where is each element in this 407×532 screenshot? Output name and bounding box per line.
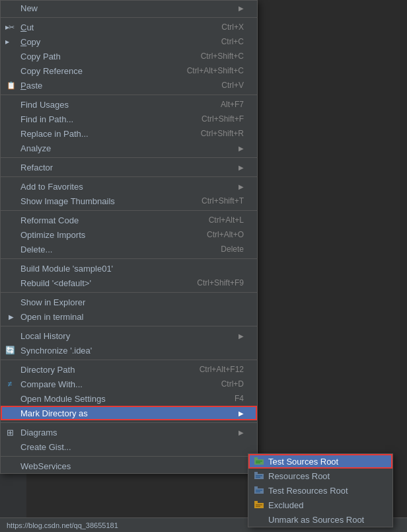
- mark-dir-arrow-icon: ▶: [239, 410, 244, 417]
- menu-item-copy-reference[interactable]: Copy Reference Ctrl+Alt+Shift+C: [1, 63, 257, 78]
- menu-item-show-thumbnails[interactable]: Show Image Thumbnails Ctrl+Shift+T: [1, 194, 257, 208]
- menu-separator-8: [1, 326, 257, 326]
- svg-rect-7: [256, 506, 260, 508]
- menu-item-reformat-code[interactable]: Reformat Code Ctrl+Alt+L: [1, 213, 257, 227]
- paste-icon: 📋: [6, 80, 17, 91]
- menu-item-cut[interactable]: ✂ ▶ Cut Ctrl+X: [1, 20, 257, 34]
- submenu-item-excluded[interactable]: Excluded: [248, 498, 392, 512]
- svg-rect-0: [256, 461, 262, 462]
- svg-rect-4: [256, 490, 262, 491]
- menu-item-new[interactable]: New ▶: [1, 1, 257, 15]
- menu-item-delete[interactable]: Delete... Delete: [1, 242, 257, 256]
- compare-icon: ≠: [5, 379, 15, 389]
- menu-item-add-favorites[interactable]: Add to Favorites ▶: [1, 179, 257, 194]
- submenu-arrow-icon: ▶: [239, 5, 244, 12]
- terminal-icon: ▶: [6, 311, 17, 322]
- test-sources-root-icon: [254, 456, 264, 467]
- submenu-item-resources-root[interactable]: Resources Root: [248, 469, 392, 483]
- excluded-icon: [254, 500, 264, 510]
- menu-separator-1: [1, 17, 257, 18]
- menu-item-mark-directory[interactable]: Mark Directory as ▶: [1, 406, 257, 420]
- menu-separator-10: [1, 422, 257, 423]
- menu-separator-2: [1, 95, 257, 95]
- menu-item-copy[interactable]: ▶ Copy Ctrl+C: [1, 34, 257, 49]
- svg-rect-6: [256, 504, 262, 506]
- menu-item-diagrams[interactable]: ⊞ Diagrams ▶: [1, 425, 257, 439]
- menu-item-webservices[interactable]: WebServices: [1, 459, 257, 473]
- diagrams-arrow-icon: ▶: [239, 429, 244, 436]
- submenu-item-unmark[interactable]: Unmark as Sources Root: [248, 512, 392, 527]
- svg-rect-5: [256, 492, 260, 493]
- context-menu: New ▶ ✂ ▶ Cut Ctrl+X ▶ Copy Ctrl+C Copy …: [0, 0, 258, 474]
- svg-rect-3: [256, 477, 260, 478]
- menu-separator-3: [1, 157, 257, 158]
- test-resources-root-icon: [254, 485, 264, 496]
- menu-item-build-module[interactable]: Build Module 'sample01': [1, 261, 257, 276]
- resources-root-icon: [254, 471, 264, 481]
- menu-separator-5: [1, 210, 257, 211]
- menu-separator-7: [1, 292, 257, 293]
- menu-item-directory-path[interactable]: Directory Path Ctrl+Alt+F12: [1, 362, 257, 377]
- menu-separator-9: [1, 360, 257, 360]
- menu-item-find-in-path[interactable]: Find in Path... Ctrl+Shift+F: [1, 112, 257, 126]
- menu-item-local-history[interactable]: Local History ▶: [1, 328, 257, 343]
- menu-item-synchronize[interactable]: 🔄 Synchronize '.idea': [1, 343, 257, 358]
- menu-item-optimize-imports[interactable]: Optimize Imports Ctrl+Alt+O: [1, 227, 257, 242]
- submenu-item-test-sources-root[interactable]: Test Sources Root: [248, 454, 392, 469]
- menu-item-open-module-settings[interactable]: Open Module Settings F4: [1, 391, 257, 406]
- copy-icon: ▶: [2, 36, 13, 47]
- menu-item-compare-with[interactable]: ≠ Compare With... Ctrl+D: [1, 377, 257, 391]
- menu-item-analyze[interactable]: Analyze ▶: [1, 141, 257, 155]
- cut-expand-icon: ▶: [2, 22, 13, 32]
- menu-item-show-explorer[interactable]: Show in Explorer: [1, 295, 257, 309]
- menu-item-copy-path[interactable]: Copy Path Ctrl+Shift+C: [1, 49, 257, 63]
- menu-separator-4: [1, 176, 257, 177]
- menu-item-refactor[interactable]: Refactor ▶: [1, 160, 257, 174]
- refactor-arrow-icon: ▶: [239, 164, 244, 171]
- svg-rect-2: [256, 475, 262, 476]
- submenu-item-test-resources-root[interactable]: Test Resources Root: [248, 483, 392, 498]
- favorites-arrow-icon: ▶: [239, 183, 244, 190]
- menu-item-find-usages[interactable]: Find Usages Alt+F7: [1, 97, 257, 112]
- diagrams-icon: ⊞: [5, 427, 15, 437]
- local-history-arrow-icon: ▶: [239, 332, 244, 340]
- mark-directory-submenu: Test Sources Root Resources Root Test Re…: [248, 453, 393, 527]
- menu-item-create-gist[interactable]: Create Gist...: [1, 439, 257, 454]
- menu-item-replace-in-path[interactable]: Replace in Path... Ctrl+Shift+R: [1, 126, 257, 141]
- menu-separator-11: [1, 456, 257, 457]
- status-url: https://blog.csdn.net/qq_38655181: [7, 521, 118, 529]
- menu-separator-6: [1, 258, 257, 259]
- sync-icon: 🔄: [5, 345, 15, 356]
- svg-rect-1: [256, 463, 260, 464]
- menu-item-paste[interactable]: 📋 Paste Ctrl+V: [1, 78, 257, 93]
- menu-item-open-terminal[interactable]: ▶ Open in terminal: [1, 309, 257, 324]
- analyze-arrow-icon: ▶: [239, 145, 244, 152]
- menu-item-rebuild[interactable]: Rebuild '<default>' Ctrl+Shift+F9: [1, 276, 257, 290]
